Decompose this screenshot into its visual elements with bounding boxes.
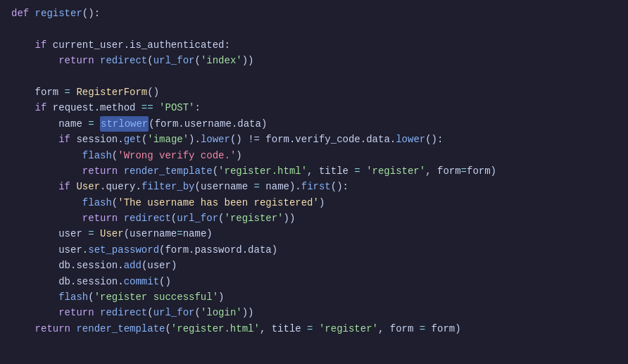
token-plain: username <box>130 226 177 241</box>
token-punc: , <box>307 163 319 179</box>
token-kw: return <box>58 53 100 68</box>
code-line: flash('Wrong verify code.') <box>0 148 628 163</box>
token-plain: db <box>58 258 70 273</box>
token-plain: (): <box>82 6 100 21</box>
indent <box>11 179 58 194</box>
token-punc: : <box>195 100 201 115</box>
token-punc: ( <box>112 195 118 211</box>
token-str: 'register' <box>319 321 378 337</box>
token-fn: url_for <box>177 211 218 226</box>
token-plain: name <box>265 179 289 194</box>
token-str: 'image' <box>147 132 189 147</box>
token-punc: . <box>118 258 123 273</box>
token-plain: session <box>76 274 118 289</box>
token-plain: form <box>155 116 179 132</box>
indent <box>11 100 35 115</box>
token-fn: lower <box>201 132 230 147</box>
token-kw: if <box>58 132 76 147</box>
token-punc: ( <box>194 53 200 68</box>
token-fn: register <box>35 6 82 21</box>
code-line: flash('The username has been registered'… <box>0 195 628 211</box>
token-plain: session <box>76 258 118 273</box>
indent <box>11 132 58 147</box>
token-punc: (): <box>331 179 348 194</box>
token-plain: form <box>265 132 289 147</box>
token-punc: ) <box>455 321 460 337</box>
token-fn: render_template <box>124 163 213 179</box>
token-punc: . <box>242 242 248 258</box>
code-line: flash('register successful') <box>0 289 628 305</box>
token-punc: ( <box>159 242 165 258</box>
code-line: return render_template('register.html', … <box>0 321 628 337</box>
token-punc: . <box>82 242 88 258</box>
token-punc: ( <box>142 132 147 147</box>
token-punc: . <box>289 132 295 147</box>
token-fn: redirect <box>124 211 171 226</box>
code-line: if session.get('image').lower() != form.… <box>0 132 628 147</box>
indent <box>11 258 58 273</box>
token-punc: ( <box>218 211 224 226</box>
token-punc: . <box>70 274 76 289</box>
indent <box>11 84 35 100</box>
code-line: db.session.commit() <box>0 274 628 289</box>
token-eq: = <box>248 179 265 194</box>
token-eq: = <box>58 84 76 100</box>
token-str: 'POST' <box>159 100 194 115</box>
code-line: user.set_password(form.password.data) <box>0 242 628 258</box>
code-line: return redirect(url_for('index')) <box>0 53 628 68</box>
code-line: return redirect(url_for('register')) <box>0 211 628 226</box>
token-fn: flash <box>58 289 88 305</box>
token-fn: lower <box>396 132 425 147</box>
token-fn: first <box>301 179 331 194</box>
token-plain: verify_code <box>295 132 360 147</box>
indent <box>11 211 82 226</box>
token-punc: , <box>425 163 437 179</box>
code-line: user = User(username=name) <box>0 226 628 241</box>
indent <box>11 37 35 53</box>
token-fn: flash <box>82 195 112 211</box>
token-plain: title <box>319 163 348 179</box>
token-punc: ) <box>319 195 325 211</box>
token-fn: commit <box>124 274 159 289</box>
token-punc: ( <box>147 305 153 320</box>
token-punc: . <box>118 132 123 147</box>
token-str: 'register.html' <box>218 163 307 179</box>
indent <box>11 226 58 241</box>
token-punc: . <box>94 100 100 115</box>
token-str-yellow: 'The username has been registered' <box>118 195 319 211</box>
token-punc: ( <box>112 148 118 163</box>
token-punc: ) <box>206 226 212 241</box>
token-eq: = <box>82 116 100 132</box>
token-fn: render_template <box>76 321 165 337</box>
token-plain: request <box>53 100 94 115</box>
token-plain: session <box>76 132 118 147</box>
token-str: 'register successful' <box>94 289 218 305</box>
token-punc: ( <box>165 321 170 337</box>
indent <box>11 274 58 289</box>
code-line: return redirect(url_for('login')) <box>0 305 628 320</box>
token-plain: form <box>390 321 414 337</box>
token-punc: . <box>232 116 237 132</box>
token-plain: form <box>467 163 491 179</box>
code-line <box>0 21 628 37</box>
token-eq: = <box>82 226 100 241</box>
token-punc: )) <box>242 53 254 68</box>
code-line: form = RegisterForm() <box>0 84 628 100</box>
token-fn: url_for <box>153 305 195 320</box>
token-plain: current_user <box>53 37 124 53</box>
token-kw: if <box>58 179 76 194</box>
token-str: 'register' <box>366 163 425 179</box>
token-punc: : <box>224 37 230 53</box>
token-fn: redirect <box>100 305 147 320</box>
token-punc: . <box>189 242 194 258</box>
token-str: 'login' <box>201 305 242 320</box>
token-kw: return <box>82 211 124 226</box>
token-punc: ( <box>124 226 130 241</box>
code-line: if current_user.is_authenticated: <box>0 37 628 53</box>
token-punc: . <box>100 179 106 194</box>
token-kw: def <box>11 6 35 21</box>
token-punc: ) <box>236 148 241 163</box>
token-kw: return <box>35 321 77 337</box>
token-punc: . <box>118 274 123 289</box>
token-plain: user <box>147 258 171 273</box>
